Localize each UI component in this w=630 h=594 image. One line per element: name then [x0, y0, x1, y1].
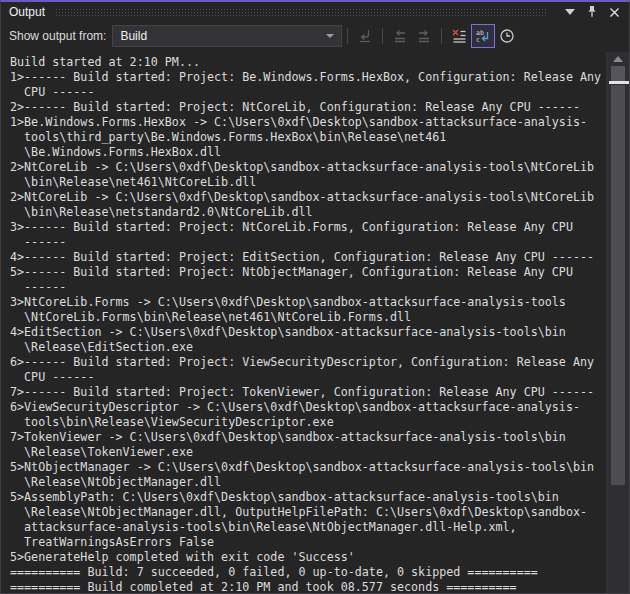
clock-icon [499, 28, 515, 44]
output-line: 3>NtCoreLib.Forms -> C:\Users\0xdf\Deskt… [10, 295, 606, 310]
titlebar-drag-grip[interactable] [55, 7, 547, 17]
output-line: \Release\EditSection.exe [10, 340, 606, 355]
output-line: ------ [10, 235, 606, 250]
output-line: ------ [10, 280, 606, 295]
panel-title: Output [9, 5, 45, 19]
output-line: Build started at 2:10 PM... [10, 55, 606, 70]
output-line: \Be.Windows.Forms.HexBox.dll [10, 145, 606, 160]
output-line: 3>------ Build started: Project: NtCoreL… [10, 220, 606, 235]
scroll-position-marker [609, 81, 629, 84]
output-toolbar: Show output from: Build [1, 22, 629, 50]
output-log[interactable]: Build started at 2:10 PM...1>------ Buil… [2, 52, 606, 592]
previous-message-button[interactable] [388, 24, 412, 48]
output-line: \Release\NtObjectManager.dll, OutputHelp… [10, 505, 606, 520]
output-line: \bin\Release\net461\NtCoreLib.dll [10, 175, 606, 190]
output-line: 1>Be.Windows.Forms.HexBox -> C:\Users\0x… [10, 115, 606, 130]
output-line: 2>------ Build started: Project: NtCoreL… [10, 100, 606, 115]
output-source-dropdown[interactable]: Build [112, 25, 342, 47]
output-line: 7>TokenViewer -> C:\Users\0xdf\Desktop\s… [10, 430, 606, 445]
output-line: TreatWarningsAsErrors False [10, 535, 606, 550]
output-tool-window: Output Show output from: Build [0, 0, 630, 594]
previous-message-icon [392, 28, 408, 44]
close-icon [609, 7, 620, 18]
clear-all-icon [451, 28, 467, 44]
output-line: 1>------ Build started: Project: Be.Wind… [10, 70, 606, 85]
output-line: 7>------ Build started: Project: TokenVi… [10, 385, 606, 400]
output-line: \Release\NtObjectManager.dll [10, 475, 606, 490]
scroll-up-arrow-icon [613, 56, 623, 62]
vertical-scrollbar[interactable] [606, 52, 629, 593]
scrollbar-thumb[interactable] [611, 85, 625, 485]
next-message-button[interactable] [412, 24, 436, 48]
next-message-icon [416, 28, 432, 44]
close-button[interactable] [605, 3, 623, 21]
output-line: ========== Build: 7 succeeded, 0 failed,… [10, 565, 606, 580]
dropdown-arrow-icon [326, 34, 334, 38]
output-line: 6>ViewSecurityDescriptor -> C:\Users\0xd… [10, 400, 606, 415]
scrollbar-segment[interactable] [611, 66, 625, 81]
show-output-from-label: Show output from: [9, 29, 106, 43]
output-line: ========== Build completed at 2:10 PM an… [10, 580, 606, 592]
output-line: tools\bin\Release\ViewSecurityDescriptor… [10, 415, 606, 430]
output-line: 2>NtCoreLib -> C:\Users\0xdf\Desktop\san… [10, 190, 606, 205]
timestamp-button[interactable] [495, 24, 519, 48]
word-wrap-button[interactable]: ab c [471, 24, 495, 48]
scroll-up-button[interactable] [607, 52, 629, 66]
output-line: 4>------ Build started: Project: EditSec… [10, 250, 606, 265]
output-line: 2>NtCoreLib -> C:\Users\0xdf\Desktop\san… [10, 160, 606, 175]
output-line: \bin\Release\netstandard2.0\NtCoreLib.dl… [10, 205, 606, 220]
output-line: 4>EditSection -> C:\Users\0xdf\Desktop\s… [10, 325, 606, 340]
output-line: tools\third_party\Be.Windows.Forms.HexBo… [10, 130, 606, 145]
pin-button[interactable] [583, 3, 601, 21]
clear-all-button[interactable] [447, 24, 471, 48]
output-line: 5>AssemblyPath: C:\Users\0xdf\Desktop\sa… [10, 490, 606, 505]
pin-icon [585, 5, 599, 19]
output-source-value: Build [120, 29, 147, 43]
find-message-in-code-button[interactable] [353, 24, 377, 48]
output-line: CPU ------ [10, 85, 606, 100]
find-message-in-code-icon [357, 28, 373, 44]
output-line: 5>------ Build started: Project: NtObjec… [10, 265, 606, 280]
toolbar-separator [382, 28, 383, 44]
chevron-down-icon [565, 9, 575, 15]
toolbar-separator [347, 28, 348, 44]
svg-text:c: c [476, 36, 480, 44]
output-line: CPU ------ [10, 370, 606, 385]
output-line: \Release\TokenViewer.exe [10, 445, 606, 460]
toolbar-separator [441, 28, 442, 44]
window-position-button[interactable] [561, 3, 579, 21]
output-line: \NtCoreLib.Forms\bin\Release\net461\NtCo… [10, 310, 606, 325]
output-line: 6>------ Build started: Project: ViewSec… [10, 355, 606, 370]
word-wrap-icon: ab c [475, 28, 491, 44]
output-line: attacksurface-analysis-tools\bin\Release… [10, 520, 606, 535]
output-line: 5>GenerateHelp completed with exit code … [10, 550, 606, 565]
titlebar: Output [1, 2, 629, 22]
output-line: 5>NtObjectManager -> C:\Users\0xdf\Deskt… [10, 460, 606, 475]
